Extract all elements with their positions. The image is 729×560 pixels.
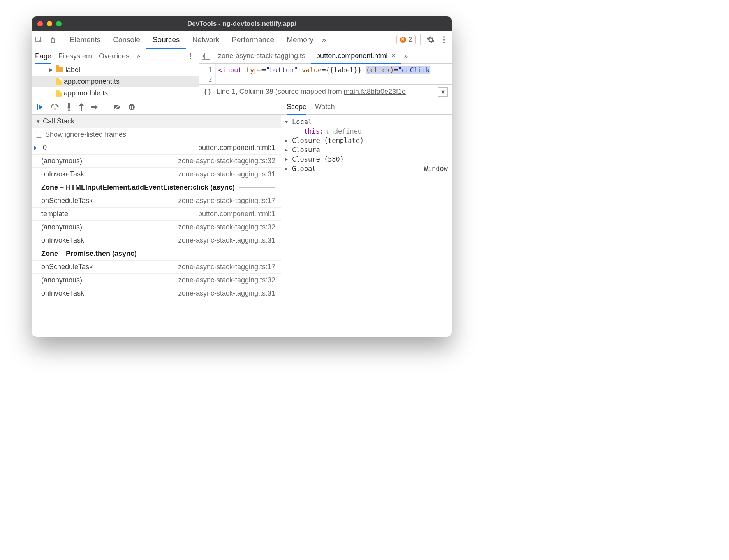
stack-frame[interactable]: templatebutton.component.html:1 xyxy=(32,208,281,221)
error-icon xyxy=(400,37,406,43)
tree-folder-label[interactable]: ▶label xyxy=(32,64,199,76)
svg-marker-22 xyxy=(95,105,98,109)
frame-name: onInvokeTask xyxy=(41,289,84,298)
expand-icon[interactable]: ▶ xyxy=(48,67,54,72)
file-tab-overflow[interactable]: » xyxy=(401,48,411,64)
stack-frame[interactable]: i0button.component.html:1 xyxy=(32,141,281,155)
tab-scope[interactable]: Scope xyxy=(287,99,306,115)
pretty-print-icon[interactable]: {} xyxy=(203,88,212,96)
subtab-overflow[interactable]: » xyxy=(136,48,140,64)
minimize-window-button[interactable] xyxy=(47,21,52,26)
tab-watch[interactable]: Watch xyxy=(315,99,335,115)
stack-frame[interactable]: onInvokeTaskzone-async-stack-tagging.ts:… xyxy=(32,234,281,247)
tab-sources[interactable]: Sources xyxy=(146,31,186,48)
close-tab-icon[interactable]: × xyxy=(391,52,396,60)
file-tab-button-component[interactable]: button.component.html × xyxy=(311,48,401,64)
file-tab-zone[interactable]: zone-async-stack-tagging.ts xyxy=(213,48,311,64)
tab-performance[interactable]: Performance xyxy=(225,31,280,48)
code-area[interactable]: <input type="button" value={{label}} (cl… xyxy=(216,64,452,84)
source-map-link[interactable]: main.fa8bfa0e23f1e xyxy=(344,88,406,95)
resume-icon[interactable] xyxy=(37,104,44,111)
step-over-icon[interactable] xyxy=(51,104,59,110)
device-toggle-icon[interactable] xyxy=(45,31,58,48)
svg-point-5 xyxy=(443,42,445,43)
tab-elements[interactable]: Elements xyxy=(63,31,107,48)
scope-row[interactable]: ▶Closure xyxy=(281,145,452,155)
svg-rect-15 xyxy=(68,103,70,107)
tab-overflow[interactable]: » xyxy=(320,31,329,48)
subtab-filesystem[interactable]: Filesystem xyxy=(58,48,92,64)
subtab-page[interactable]: Page xyxy=(35,48,51,64)
close-window-button[interactable] xyxy=(37,21,43,26)
svg-point-14 xyxy=(54,108,56,110)
scope-row[interactable]: ▶Closure (template) xyxy=(281,136,452,145)
frame-name: onScheduleTask xyxy=(41,197,93,205)
svg-rect-28 xyxy=(132,106,133,109)
scope-row[interactable]: ▶GlobalWindow xyxy=(281,164,452,173)
status-dropdown-icon[interactable]: ▾ xyxy=(438,87,448,97)
frame-name: onInvokeTask xyxy=(41,236,84,245)
step-icon[interactable] xyxy=(91,104,99,110)
tab-console[interactable]: Console xyxy=(107,31,146,48)
line-gutter: 1 2 xyxy=(199,64,216,84)
window-title: DevTools - ng-devtools.netlify.app/ xyxy=(32,20,452,28)
svg-rect-21 xyxy=(91,106,96,108)
svg-point-6 xyxy=(190,53,191,55)
stack-frame[interactable]: onInvokeTaskzone-async-stack-tagging.ts:… xyxy=(32,168,281,181)
more-menu-icon[interactable] xyxy=(438,36,449,44)
tree-file-app-component-ts[interactable]: app.component.ts xyxy=(32,76,199,87)
frame-name: (anonymous) xyxy=(41,157,82,165)
editor-pane: zone-async-stack-tagging.ts button.compo… xyxy=(199,48,452,99)
step-out-icon[interactable] xyxy=(79,103,84,111)
tree-file-app-module-ts[interactable]: app.module.ts xyxy=(32,87,199,99)
tab-network[interactable]: Network xyxy=(186,31,226,48)
frame-location: zone-async-stack-tagging.ts:32 xyxy=(178,276,275,284)
show-ignore-listed-row[interactable]: Show ignore-listed frames xyxy=(32,128,281,141)
stack-frame[interactable]: (anonymous)zone-async-stack-tagging.ts:3… xyxy=(32,274,281,287)
editor-status-bar: {} Line 1, Column 38 (source mapped from… xyxy=(199,84,452,99)
stack-frame[interactable]: (anonymous)zone-async-stack-tagging.ts:3… xyxy=(32,221,281,234)
svg-marker-13 xyxy=(57,105,59,108)
traffic-lights xyxy=(37,21,62,26)
tab-memory[interactable]: Memory xyxy=(280,31,320,48)
tree-item-label: label xyxy=(65,66,80,74)
expand-icon[interactable]: ▶ xyxy=(285,147,290,153)
stack-frame[interactable]: onScheduleTaskzone-async-stack-tagging.t… xyxy=(32,261,281,274)
expand-icon[interactable]: ▶ xyxy=(285,166,290,171)
cursor-position: Line 1, Column 38 (source mapped from ma… xyxy=(217,88,406,96)
stack-frame[interactable]: onInvokeTaskzone-async-stack-tagging.ts:… xyxy=(32,287,281,300)
checkbox-icon[interactable] xyxy=(36,132,42,138)
frame-name: (anonymous) xyxy=(41,223,82,231)
scope-row[interactable]: ▶Closure (580) xyxy=(281,155,452,164)
svg-point-17 xyxy=(68,109,70,111)
zoom-window-button[interactable] xyxy=(56,21,62,26)
frame-group: Zone – Promise.then (async) xyxy=(32,247,281,261)
expand-icon[interactable]: ▼ xyxy=(285,119,290,125)
svg-rect-2 xyxy=(51,39,55,43)
scope-row[interactable]: this: undefined xyxy=(281,127,452,136)
stack-frame[interactable]: (anonymous)zone-async-stack-tagging.ts:3… xyxy=(32,155,281,168)
step-into-icon[interactable] xyxy=(66,103,72,111)
error-badge[interactable]: 2 xyxy=(396,35,416,44)
folder-icon xyxy=(56,67,63,72)
frame-location: zone-async-stack-tagging.ts:32 xyxy=(178,157,275,165)
deactivate-breakpoints-icon[interactable] xyxy=(113,104,121,110)
toggle-navigator-icon[interactable] xyxy=(199,48,213,65)
scope-row[interactable]: ▼Local xyxy=(281,117,452,127)
expand-icon[interactable]: ▶ xyxy=(285,157,290,162)
navigator-menu-icon[interactable] xyxy=(185,53,196,60)
expand-icon[interactable]: ▶ xyxy=(285,138,290,143)
frame-location: zone-async-stack-tagging.ts:31 xyxy=(178,170,275,178)
frame-location: button.component.html:1 xyxy=(198,144,275,152)
svg-point-23 xyxy=(92,108,93,109)
error-count: 2 xyxy=(409,36,412,43)
stack-frame[interactable]: onScheduleTaskzone-async-stack-tagging.t… xyxy=(32,194,281,208)
svg-rect-27 xyxy=(130,106,131,109)
svg-rect-9 xyxy=(202,53,210,59)
scope-list: ▼Localthis: undefined▶Closure (template)… xyxy=(281,115,452,176)
subtab-overrides[interactable]: Overrides xyxy=(99,48,129,64)
inspect-icon[interactable] xyxy=(32,31,45,48)
settings-gear-icon[interactable] xyxy=(425,35,436,44)
pause-on-exceptions-icon[interactable] xyxy=(128,104,135,111)
callstack-header[interactable]: ▼ Call Stack xyxy=(32,115,281,128)
